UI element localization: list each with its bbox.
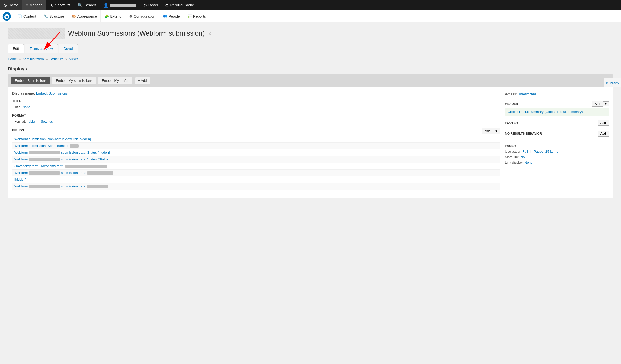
admin-bar-shortcuts[interactable]: ★ Shortcuts	[46, 0, 74, 10]
nav-reports[interactable]: 📊 Reports	[184, 10, 210, 22]
format-table-link[interactable]: Table	[27, 119, 35, 123]
field-link[interactable]: Webform submission data: Status (Status)	[14, 157, 110, 161]
pager-label: PAGER	[505, 144, 516, 148]
footer-row: FOOTER Add	[505, 119, 609, 127]
display-name-link[interactable]: Embed: Submissions	[36, 91, 68, 95]
add-field-button[interactable]: Add	[482, 128, 493, 134]
pager-section: PAGER Use pager: Full | Paged, 25 items …	[505, 141, 609, 165]
pager-link-display-value[interactable]: None	[524, 160, 532, 164]
people-icon: 👥	[163, 14, 167, 18]
nav-extend[interactable]: 🧩 Extend	[101, 10, 125, 22]
views-content: Display name: Embed: Submissions TITLE T…	[8, 87, 613, 198]
no-results-add-button-group: Add	[598, 131, 609, 137]
nav-appearance[interactable]: 🎨 Appearance	[68, 10, 101, 22]
no-results-label: NO RESULTS BEHAVIOR	[505, 132, 542, 136]
no-results-row: NO RESULTS BEHAVIOR Add	[505, 130, 609, 138]
admin-bar-devel[interactable]: ⚙ Devel	[140, 0, 161, 10]
breadcrumb-home[interactable]: Home	[8, 57, 17, 61]
admin-bar-user[interactable]: 👤	[100, 0, 140, 10]
field-link[interactable]: Webform submission: Serial number	[14, 144, 69, 148]
field-link[interactable]: Webform submission data:	[14, 184, 108, 188]
tab-edit[interactable]: Edit	[8, 44, 24, 53]
field-link[interactable]: Webform submission data:	[14, 171, 113, 175]
pager-paged-link[interactable]: Paged, 25 items	[534, 150, 558, 153]
pager-full-link[interactable]: Full	[522, 150, 528, 153]
fields-header: FIELDS Add ▼	[12, 128, 500, 134]
displays-heading: Displays	[8, 66, 613, 72]
field-item: Webform submission data:	[12, 170, 500, 176]
add-display-button[interactable]: + Add	[135, 77, 150, 84]
page-header: Webform Submissions (Webform submission)…	[8, 28, 613, 39]
title-heading: TITLE	[12, 99, 500, 103]
nav-configuration[interactable]: ⚙ Configuration	[125, 10, 159, 22]
pager-more-link-value[interactable]: No	[521, 155, 525, 159]
header-section: HEADER Add ▼ Global: Result summary (Glo…	[505, 100, 609, 116]
header-label: HEADER	[505, 102, 518, 106]
format-settings-link[interactable]: Settings	[41, 119, 53, 123]
field-item: [hidden]	[12, 176, 500, 183]
breadcrumb-admin[interactable]: Administration	[22, 57, 44, 61]
access-row: Access: Unrestricted	[505, 91, 609, 97]
page-tabs: Edit Translate view Devel	[8, 44, 613, 53]
display-tab-my-drafts[interactable]: Embed: My drafts	[98, 77, 132, 84]
format-section: FORMAT Format: Table | Settings	[12, 114, 500, 124]
header-add-button-group: Add ▼	[592, 101, 609, 107]
field-link[interactable]: [hidden]	[14, 178, 26, 181]
field-item: Webform submission data:	[12, 183, 500, 190]
display-tab-embed-submissions[interactable]: Embed: Submissions	[11, 77, 50, 84]
field-link[interactable]: Webform submission: Non-admin view link …	[14, 137, 91, 141]
add-field-button-group: Add ▼	[482, 128, 500, 134]
field-item: Webform submission data: Status [hidden]	[12, 149, 500, 156]
gear-icon: ⚙	[143, 3, 147, 8]
access-section: Access: Unrestricted	[505, 91, 609, 97]
admin-bar-rebuild[interactable]: ♻ Rebuild Cache	[161, 0, 198, 10]
footer-add-button[interactable]: Add	[598, 120, 609, 126]
format-heading: FORMAT	[12, 114, 500, 117]
no-results-add-button[interactable]: Add	[598, 131, 609, 137]
admin-bar: ⊙ Home ≡ Manage ★ Shortcuts 🔍 Search 👤 ⚙…	[0, 0, 621, 10]
star-icon: ★	[50, 3, 53, 8]
access-value-link[interactable]: Unrestricted	[518, 92, 536, 96]
title-section: TITLE Title: None	[12, 99, 500, 110]
fields-section: FIELDS Add ▼ Webform submission: Non-adm…	[12, 128, 500, 190]
title-value-row: Title: None	[12, 105, 500, 110]
add-field-dropdown[interactable]: ▼	[493, 128, 500, 134]
config-icon: ⚙	[129, 14, 132, 18]
tab-translate[interactable]: Translate view	[25, 44, 58, 53]
display-name-row: Display name: Embed: Submissions	[12, 91, 500, 95]
field-link[interactable]: Webform submission data: Status [hidden]	[14, 151, 110, 154]
field-item: Webform submission: Serial number	[12, 143, 500, 149]
header-add-dropdown[interactable]: ▼	[603, 101, 609, 106]
drupal-logo	[2, 12, 11, 21]
pager-more-link-row: More link: No	[505, 154, 609, 160]
content-icon: 📄	[18, 14, 22, 18]
breadcrumb-views[interactable]: Views	[69, 57, 78, 61]
svg-point-1	[6, 16, 8, 18]
favorite-star-icon[interactable]: ☆	[208, 30, 212, 36]
home-icon: ⊙	[4, 3, 7, 8]
appearance-icon: 🎨	[72, 14, 76, 18]
tab-devel[interactable]: Devel	[59, 44, 78, 53]
title-value-link[interactable]: None	[22, 105, 30, 109]
display-tab-my-submissions[interactable]: Embed: My submissions	[52, 77, 96, 84]
result-summary-link[interactable]: Global: Result summary (Global: Result s…	[508, 110, 583, 114]
tabs-wrapper: Edit Translate view Devel	[8, 44, 613, 53]
admin-bar-home[interactable]: ⊙ Home	[0, 0, 22, 10]
footer-add-button-group: Add	[598, 120, 609, 126]
nav-content[interactable]: 📄 Content	[14, 10, 40, 22]
admin-bar-search[interactable]: 🔍 Search	[74, 0, 99, 10]
page-title: Webform Submissions (Webform submission)	[68, 29, 205, 37]
nav-structure[interactable]: 🔧 Structure	[40, 10, 68, 22]
adva-panel[interactable]: ► ADVA	[604, 78, 621, 87]
pager-link-display-row: Link display: None	[505, 160, 609, 165]
extend-icon: 🧩	[104, 14, 109, 18]
header-image	[8, 28, 65, 39]
user-icon: 👤	[103, 3, 109, 8]
nav-people[interactable]: 👥 People	[159, 10, 184, 22]
footer-section: FOOTER Add	[505, 119, 609, 127]
field-link[interactable]: (Taxonomy term) Taxonomy term:	[14, 164, 107, 168]
main-content: Webform Submissions (Webform submission)…	[0, 22, 621, 364]
breadcrumb-structure[interactable]: Structure	[50, 57, 63, 61]
header-add-button[interactable]: Add	[592, 101, 603, 107]
admin-bar-manage[interactable]: ≡ Manage	[22, 0, 46, 10]
